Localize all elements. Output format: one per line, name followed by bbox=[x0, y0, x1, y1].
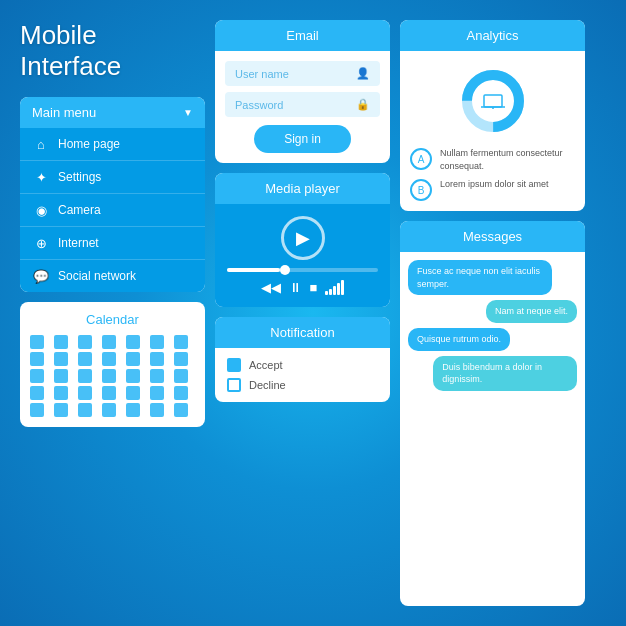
calendar-title: Calendar bbox=[30, 312, 195, 327]
calendar-day[interactable] bbox=[150, 335, 164, 349]
calendar-day[interactable] bbox=[30, 386, 44, 400]
calendar-day[interactable] bbox=[54, 403, 68, 417]
volume-icon bbox=[325, 280, 344, 295]
username-label: User name bbox=[235, 68, 289, 80]
message-bubble: Duis bibendum a dolor in dignissim. bbox=[433, 356, 577, 391]
calendar-day[interactable] bbox=[102, 386, 116, 400]
calendar-day[interactable] bbox=[174, 352, 188, 366]
email-title: Email bbox=[215, 20, 390, 51]
menu-item-internet-label: Internet bbox=[58, 236, 99, 250]
calendar-day[interactable] bbox=[54, 352, 68, 366]
calendar-day[interactable] bbox=[78, 403, 92, 417]
message-bubble: Nam at neque elit. bbox=[486, 300, 577, 323]
camera-icon: ◉ bbox=[32, 201, 50, 219]
menu-item-settings-label: Settings bbox=[58, 170, 101, 184]
svg-rect-2 bbox=[484, 95, 502, 107]
calendar-day[interactable] bbox=[126, 386, 140, 400]
calendar-day[interactable] bbox=[54, 369, 68, 383]
analytics-row-a: A Nullam fermentum consectetur consequat… bbox=[410, 147, 575, 172]
menu-header-label: Main menu bbox=[32, 105, 96, 120]
right-column: Analytics A Nullam f bbox=[400, 20, 585, 606]
calendar-day[interactable] bbox=[54, 335, 68, 349]
calendar-day[interactable] bbox=[126, 335, 140, 349]
calendar-day[interactable] bbox=[174, 335, 188, 349]
donut-chart-svg bbox=[458, 66, 528, 136]
calendar-grid bbox=[30, 335, 195, 417]
menu-item-social[interactable]: 💬 Social network bbox=[20, 260, 205, 292]
analytics-text-b: Lorem ipsum dolor sit amet bbox=[440, 178, 549, 191]
message-bubble: Quisque rutrum odio. bbox=[408, 328, 510, 351]
internet-icon: ⊕ bbox=[32, 234, 50, 252]
calendar-day[interactable] bbox=[102, 352, 116, 366]
calendar-day[interactable] bbox=[174, 403, 188, 417]
lock-icon: 🔒 bbox=[356, 98, 370, 111]
calendar-day[interactable] bbox=[78, 352, 92, 366]
calendar-day[interactable] bbox=[102, 403, 116, 417]
menu-header[interactable]: Main menu ▼ bbox=[20, 97, 205, 128]
calendar-day[interactable] bbox=[174, 386, 188, 400]
menu-item-internet[interactable]: ⊕ Internet bbox=[20, 227, 205, 260]
calendar-day[interactable] bbox=[126, 352, 140, 366]
badge-b: B bbox=[410, 179, 432, 201]
notif-accept[interactable]: Accept bbox=[227, 358, 378, 372]
rewind-icon[interactable]: ◀◀ bbox=[261, 280, 281, 295]
calendar-day[interactable] bbox=[78, 369, 92, 383]
middle-column: Email User name 👤 Password 🔒 Sign in Med… bbox=[215, 20, 390, 606]
stop-icon[interactable]: ■ bbox=[310, 280, 318, 295]
sign-in-button[interactable]: Sign in bbox=[254, 125, 351, 153]
notification-title: Notification bbox=[215, 317, 390, 348]
chevron-down-icon: ▼ bbox=[183, 107, 193, 118]
decline-checkbox[interactable] bbox=[227, 378, 241, 392]
messages-title: Messages bbox=[400, 221, 585, 252]
calendar-day[interactable] bbox=[150, 352, 164, 366]
play-button[interactable]: ▶ bbox=[281, 216, 325, 260]
calendar-day[interactable] bbox=[30, 352, 44, 366]
calendar-day[interactable] bbox=[30, 335, 44, 349]
calendar-day[interactable] bbox=[102, 335, 116, 349]
media-card: Media player ▶ ◀◀ ⏸ ■ bbox=[215, 173, 390, 307]
calendar-card: Calendar bbox=[20, 302, 205, 427]
media-progress-bar[interactable] bbox=[227, 268, 378, 272]
app-title: Mobile Interface bbox=[20, 20, 205, 82]
menu-item-home[interactable]: ⌂ Home page bbox=[20, 128, 205, 161]
calendar-day[interactable] bbox=[54, 386, 68, 400]
pause-icon[interactable]: ⏸ bbox=[289, 280, 302, 295]
progress-dot bbox=[280, 265, 290, 275]
calendar-day[interactable] bbox=[30, 369, 44, 383]
messages-card: Messages Fusce ac neque non elit iaculis… bbox=[400, 221, 585, 606]
username-input[interactable]: User name 👤 bbox=[225, 61, 380, 86]
calendar-day[interactable] bbox=[78, 386, 92, 400]
calendar-day[interactable] bbox=[78, 335, 92, 349]
settings-icon: ✦ bbox=[32, 168, 50, 186]
calendar-day[interactable] bbox=[150, 369, 164, 383]
calendar-day[interactable] bbox=[174, 369, 188, 383]
main-menu-card: Main menu ▼ ⌂ Home page ✦ Settings ◉ Cam… bbox=[20, 97, 205, 292]
menu-item-settings[interactable]: ✦ Settings bbox=[20, 161, 205, 194]
notif-decline[interactable]: Decline bbox=[227, 378, 378, 392]
menu-item-camera-label: Camera bbox=[58, 203, 101, 217]
notification-card: Notification Accept Decline bbox=[215, 317, 390, 402]
calendar-day[interactable] bbox=[126, 369, 140, 383]
calendar-day[interactable] bbox=[150, 386, 164, 400]
calendar-day[interactable] bbox=[126, 403, 140, 417]
analytics-title: Analytics bbox=[400, 20, 585, 51]
analytics-card: Analytics A Nullam f bbox=[400, 20, 585, 211]
email-card: Email User name 👤 Password 🔒 Sign in bbox=[215, 20, 390, 163]
calendar-day[interactable] bbox=[150, 403, 164, 417]
accept-checkbox[interactable] bbox=[227, 358, 241, 372]
analytics-body: A Nullam fermentum consectetur consequat… bbox=[400, 51, 585, 211]
analytics-chart bbox=[410, 66, 575, 136]
calendar-day[interactable] bbox=[102, 369, 116, 383]
password-input[interactable]: Password 🔒 bbox=[225, 92, 380, 117]
home-icon: ⌂ bbox=[32, 135, 50, 153]
social-icon: 💬 bbox=[32, 267, 50, 285]
menu-item-camera[interactable]: ◉ Camera bbox=[20, 194, 205, 227]
password-label: Password bbox=[235, 99, 283, 111]
badge-a: A bbox=[410, 148, 432, 170]
menu-item-social-label: Social network bbox=[58, 269, 136, 283]
calendar-day[interactable] bbox=[30, 403, 44, 417]
progress-fill bbox=[227, 268, 280, 272]
analytics-text-a: Nullam fermentum consectetur consequat. bbox=[440, 147, 575, 172]
email-body: User name 👤 Password 🔒 Sign in bbox=[215, 51, 390, 163]
media-title: Media player bbox=[215, 173, 390, 204]
